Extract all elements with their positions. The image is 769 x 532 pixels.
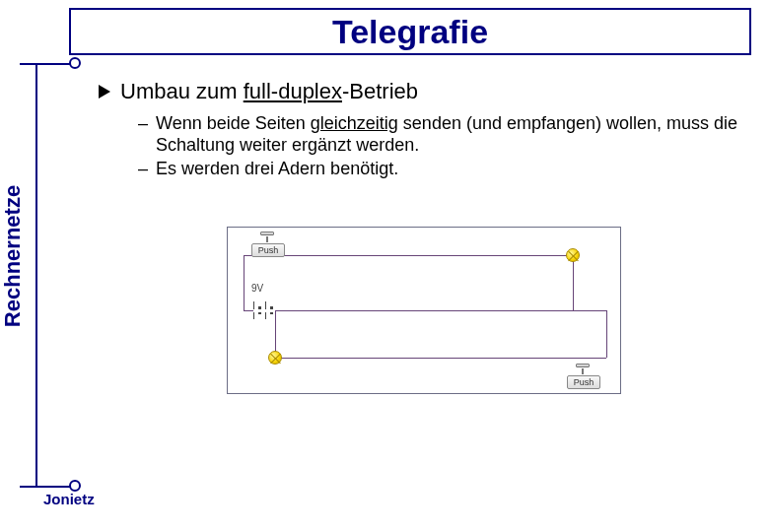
sub-list: – Wenn beide Seiten gleichzeitig senden … bbox=[138, 112, 739, 179]
wire bbox=[606, 310, 607, 358]
bullet-prefix: Umbau zum bbox=[120, 79, 244, 103]
sub-item: – Wenn beide Seiten gleichzeitig senden … bbox=[138, 112, 739, 156]
content-area: Umbau zum full-duplex-Betrieb – Wenn bei… bbox=[99, 79, 739, 181]
bullet-suffix: -Betrieb bbox=[342, 79, 418, 103]
sub-underlined: gleichzeitig bbox=[311, 113, 398, 133]
side-label: Rechnernetze bbox=[0, 114, 26, 256]
push-cap-icon bbox=[260, 232, 274, 235]
push-stem-icon bbox=[266, 236, 268, 242]
footer-author: Jonietz bbox=[43, 491, 95, 507]
dash-icon: – bbox=[138, 158, 148, 179]
sub-pre: Es werden drei Adern benötigt. bbox=[156, 159, 398, 178]
bullet-main: Umbau zum full-duplex-Betrieb bbox=[99, 79, 739, 104]
wire bbox=[244, 310, 606, 311]
side-rail bbox=[35, 63, 37, 487]
push-cap-icon bbox=[576, 364, 590, 367]
battery-label: 9V bbox=[251, 283, 263, 294]
sub-text: Wenn beide Seiten gleichzeitig senden (u… bbox=[156, 112, 739, 156]
wire bbox=[244, 310, 253, 311]
bullet-arrow-icon bbox=[99, 85, 110, 99]
lamp-icon bbox=[268, 351, 282, 365]
wire bbox=[275, 358, 606, 359]
sub-item: – Es werden drei Adern benötigt. bbox=[138, 158, 739, 179]
rail-node-top bbox=[69, 57, 81, 69]
push-stem-icon bbox=[582, 368, 584, 374]
page-title: Telegrafie bbox=[332, 13, 488, 51]
wire bbox=[573, 255, 574, 310]
sub-pre: Wenn beide Seiten bbox=[156, 113, 311, 133]
wire bbox=[244, 255, 573, 256]
dash-icon: – bbox=[138, 112, 148, 134]
sub-text: Es werden drei Adern benötigt. bbox=[156, 158, 398, 179]
wire bbox=[244, 255, 245, 310]
push-button-right: Push bbox=[567, 375, 600, 389]
push-button-left: Push bbox=[251, 243, 285, 257]
side-label-text: Rechnernetze bbox=[0, 185, 26, 327]
bullet-text: Umbau zum full-duplex-Betrieb bbox=[120, 79, 418, 104]
lamp-icon bbox=[566, 248, 580, 262]
bullet-underlined: full-duplex bbox=[244, 79, 342, 103]
circuit-diagram: Push Push 9V bbox=[227, 227, 621, 394]
title-box: Telegrafie bbox=[69, 8, 751, 55]
